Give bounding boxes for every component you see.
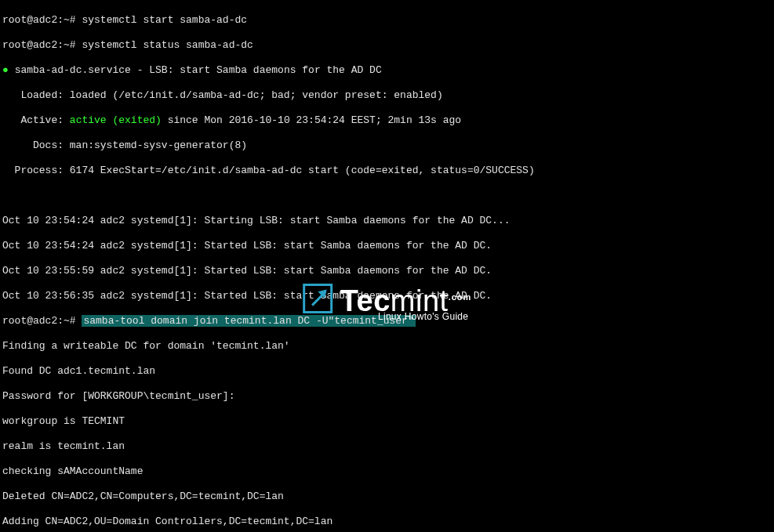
output-line: Adding CN=ADC2,OU=Domain Controllers,DC=… — [2, 516, 772, 528]
prompt-line-2: root@adc2:~# systemctl status samba-ad-d… — [2, 39, 772, 52]
shell-prompt: root@adc2:~# — [2, 39, 76, 51]
shell-prompt: root@adc2:~# — [2, 14, 76, 26]
command-start: systemctl start samba-ad-dc — [82, 14, 247, 26]
blank-line — [2, 190, 772, 202]
terminal-output[interactable]: root@adc2:~# systemctl start samba-ad-dc… — [0, 0, 774, 532]
output-line: Deleted CN=ADC2,CN=Computers,DC=tecmint,… — [2, 490, 772, 503]
status-active-label: Active: — [2, 114, 70, 126]
status-service-text: samba-ad-dc.service - LSB: start Samba d… — [15, 64, 382, 76]
status-active-rest: since Mon 2016-10-10 23:54:24 EEST; 2min… — [162, 114, 461, 126]
journal-line: Oct 10 23:55:59 adc2 systemd[1]: Started… — [2, 265, 772, 277]
status-service-line: ● samba-ad-dc.service - LSB: start Samba… — [2, 64, 772, 77]
status-docs: Docs: man:systemd-sysv-generator(8) — [2, 139, 772, 152]
prompt-line-1: root@adc2:~# systemctl start samba-ad-dc — [2, 14, 772, 27]
output-line: Finding a writeable DC for domain 'tecmi… — [2, 340, 772, 353]
output-line: checking sAMAccountName — [2, 465, 772, 478]
command-status: systemctl status samba-ad-dc — [82, 39, 253, 51]
output-line: workgroup is TECMINT — [2, 415, 772, 428]
output-line: Found DC adc1.tecmint.lan — [2, 365, 772, 378]
journal-line: Oct 10 23:54:24 adc2 systemd[1]: Startin… — [2, 215, 772, 227]
journal-line: Oct 10 23:56:35 adc2 systemd[1]: Started… — [2, 290, 772, 302]
status-loaded: Loaded: loaded (/etc/init.d/samba-ad-dc;… — [2, 89, 772, 102]
status-active-state: active (exited) — [70, 114, 162, 126]
command-join-highlighted: samba-tool domain join tecmint.lan DC -U… — [82, 315, 415, 327]
status-dot-icon: ● — [2, 64, 9, 76]
output-line: realm is tecmint.lan — [2, 440, 772, 453]
status-active: Active: active (exited) since Mon 2016-1… — [2, 114, 772, 127]
shell-prompt: root@adc2:~# — [2, 315, 76, 327]
status-process: Process: 6174 ExecStart=/etc/init.d/samb… — [2, 165, 772, 177]
output-line: Password for [WORKGROUP\tecmint_user]: — [2, 390, 772, 403]
prompt-line-3: root@adc2:~# samba-tool domain join tecm… — [2, 315, 772, 328]
journal-line: Oct 10 23:54:24 adc2 systemd[1]: Started… — [2, 240, 772, 252]
